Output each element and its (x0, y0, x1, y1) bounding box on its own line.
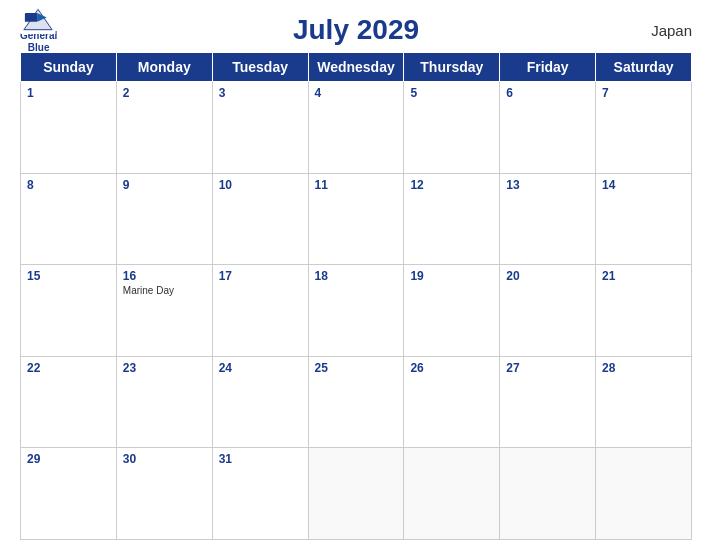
week-row-5: 293031 (21, 448, 692, 540)
day-header-sunday: Sunday (21, 53, 117, 82)
day-number: 19 (410, 269, 493, 283)
calendar-cell: 18 (308, 265, 404, 357)
day-number: 7 (602, 86, 685, 100)
calendar-cell: 10 (212, 173, 308, 265)
day-number: 15 (27, 269, 110, 283)
calendar-cell: 15 (21, 265, 117, 357)
calendar-cell: 9 (116, 173, 212, 265)
calendar-cell: 3 (212, 82, 308, 174)
calendar-cell: 7 (596, 82, 692, 174)
calendar-cell: 22 (21, 356, 117, 448)
day-number: 12 (410, 178, 493, 192)
calendar-cell: 16Marine Day (116, 265, 212, 357)
calendar-header: General Blue July 2029 Japan (20, 14, 692, 46)
day-number: 28 (602, 361, 685, 375)
day-header-friday: Friday (500, 53, 596, 82)
calendar-cell (308, 448, 404, 540)
calendar-cell: 17 (212, 265, 308, 357)
day-number: 18 (315, 269, 398, 283)
day-number: 13 (506, 178, 589, 192)
day-number: 21 (602, 269, 685, 283)
calendar-cell: 2 (116, 82, 212, 174)
calendar-cell (404, 448, 500, 540)
day-number: 6 (506, 86, 589, 100)
day-number: 22 (27, 361, 110, 375)
day-number: 11 (315, 178, 398, 192)
calendar-event: Marine Day (123, 285, 206, 296)
week-row-2: 891011121314 (21, 173, 692, 265)
calendar-cell: 26 (404, 356, 500, 448)
logo-line2: Blue (28, 42, 50, 54)
week-row-4: 22232425262728 (21, 356, 692, 448)
day-number: 14 (602, 178, 685, 192)
week-row-3: 1516Marine Day1718192021 (21, 265, 692, 357)
calendar-cell: 28 (596, 356, 692, 448)
day-number: 25 (315, 361, 398, 375)
day-header-tuesday: Tuesday (212, 53, 308, 82)
calendar-cell: 31 (212, 448, 308, 540)
calendar-cell: 13 (500, 173, 596, 265)
calendar-cell: 20 (500, 265, 596, 357)
day-number: 31 (219, 452, 302, 466)
calendar-cell: 24 (212, 356, 308, 448)
week-row-1: 1234567 (21, 82, 692, 174)
calendar-cell: 29 (21, 448, 117, 540)
svg-rect-3 (25, 13, 37, 22)
days-header-row: SundayMondayTuesdayWednesdayThursdayFrid… (21, 53, 692, 82)
day-number: 9 (123, 178, 206, 192)
calendar-cell: 6 (500, 82, 596, 174)
calendar-cell: 19 (404, 265, 500, 357)
day-number: 10 (219, 178, 302, 192)
day-number: 30 (123, 452, 206, 466)
calendar-table: SundayMondayTuesdayWednesdayThursdayFrid… (20, 52, 692, 540)
calendar-cell: 30 (116, 448, 212, 540)
day-number: 4 (315, 86, 398, 100)
day-number: 29 (27, 452, 110, 466)
day-number: 27 (506, 361, 589, 375)
day-number: 23 (123, 361, 206, 375)
calendar-cell: 25 (308, 356, 404, 448)
calendar-cell: 12 (404, 173, 500, 265)
day-header-saturday: Saturday (596, 53, 692, 82)
calendar-title: July 2029 (293, 14, 419, 46)
calendar-cell: 8 (21, 173, 117, 265)
day-header-wednesday: Wednesday (308, 53, 404, 82)
day-number: 3 (219, 86, 302, 100)
logo: General Blue (20, 6, 57, 54)
day-number: 20 (506, 269, 589, 283)
calendar-cell: 21 (596, 265, 692, 357)
day-header-thursday: Thursday (404, 53, 500, 82)
calendar-cell: 11 (308, 173, 404, 265)
calendar-cell: 5 (404, 82, 500, 174)
day-number: 2 (123, 86, 206, 100)
calendar-cell (500, 448, 596, 540)
calendar-cell: 4 (308, 82, 404, 174)
day-number: 8 (27, 178, 110, 192)
calendar-cell: 23 (116, 356, 212, 448)
calendar-cell: 27 (500, 356, 596, 448)
day-number: 24 (219, 361, 302, 375)
day-number: 26 (410, 361, 493, 375)
day-number: 1 (27, 86, 110, 100)
country-label: Japan (651, 22, 692, 39)
day-number: 16 (123, 269, 206, 283)
day-number: 5 (410, 86, 493, 100)
day-number: 17 (219, 269, 302, 283)
calendar-cell (596, 448, 692, 540)
calendar-cell: 14 (596, 173, 692, 265)
day-header-monday: Monday (116, 53, 212, 82)
calendar-cell: 1 (21, 82, 117, 174)
